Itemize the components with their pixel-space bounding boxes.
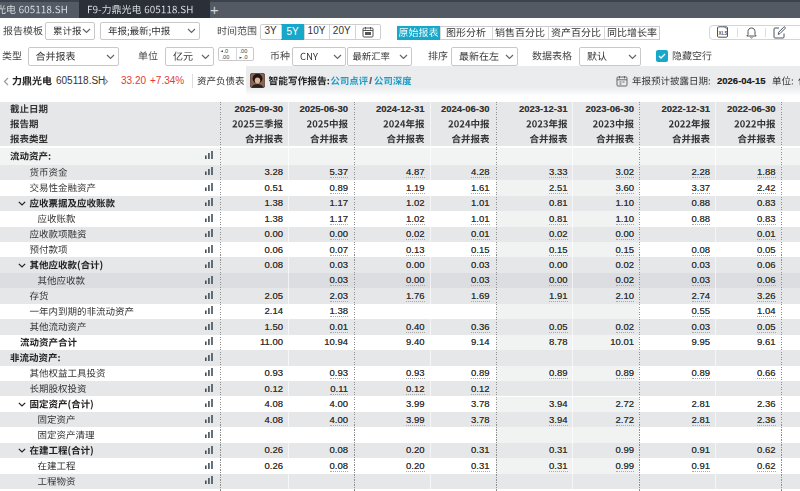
svg-text:.0: .0 [243, 54, 248, 60]
svg-text:XLS: XLS [718, 31, 727, 36]
svg-text:.0: .0 [224, 48, 229, 54]
svg-text:.00: .00 [240, 48, 248, 54]
svg-text:.00: .00 [222, 54, 230, 60]
